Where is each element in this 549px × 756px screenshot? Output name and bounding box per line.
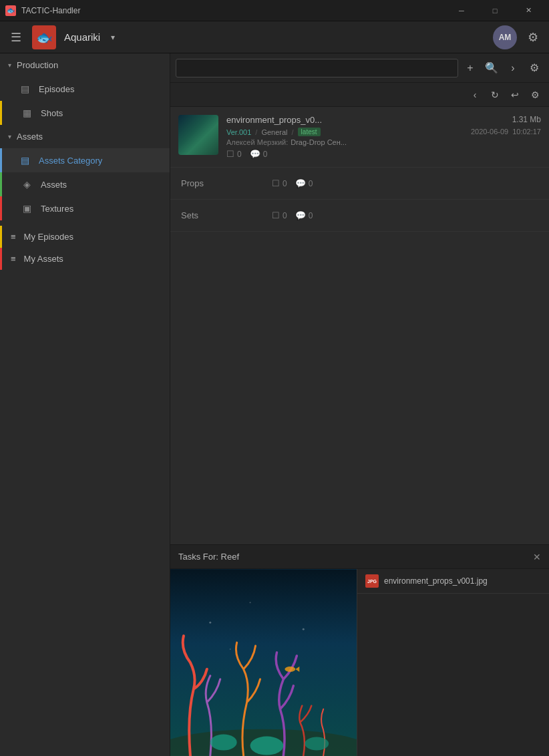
settings-button[interactable]: ⚙ — [525, 27, 541, 47]
svg-point-2 — [210, 735, 237, 751]
comments-metric: 💬 0 — [250, 149, 268, 159]
app-name: Aquariki — [64, 31, 100, 43]
props-comment-icon: 💬 — [295, 178, 306, 188]
sidebar-item-my-episodes[interactable]: ≡ My Episodes — [0, 226, 170, 248]
file-info-card: environment_props_v0... 1.31 Mb Ver.001 … — [170, 107, 549, 168]
svg-point-7 — [250, 602, 251, 603]
episodes-icon: ▤ — [19, 83, 31, 95]
titlebar-controls: ─ □ ✕ — [446, 0, 544, 21]
category-row-props[interactable]: Props ☐ 0 💬 0 — [170, 168, 549, 200]
sidebar: ▾ Production ▤ Episodes ▦ Shots ▾ Assets… — [0, 53, 170, 756]
minimize-button[interactable]: ─ — [446, 0, 477, 21]
sidebar-item-textures[interactable]: ▣ Textures — [0, 196, 170, 220]
app-header: ☰ 🐟 Aquariki ▾ АМ ⚙ — [0, 21, 549, 53]
sidebar-item-my-assets-label: My Assets — [24, 254, 63, 264]
my-assets-icon: ≡ — [11, 254, 16, 264]
tasks-close-button[interactable]: ✕ — [533, 552, 541, 562]
sidebar-item-episodes-label: Episodes — [39, 84, 74, 94]
textures-icon: ▣ — [21, 202, 33, 214]
avatar-button[interactable]: АМ — [493, 25, 517, 49]
props-task-icon: ☐ — [272, 178, 280, 188]
file-thumbnail — [178, 115, 218, 155]
sidebar-section-production[interactable]: ▾ Production — [0, 53, 170, 77]
sidebar-bottom-section: ≡ My Episodes ≡ My Assets — [0, 226, 170, 270]
comment-icon: 💬 — [250, 149, 260, 159]
bottom-panel-header: Tasks For: Reef ✕ — [170, 545, 549, 569]
svg-point-4 — [305, 737, 329, 751]
file-entry-name: environment_props_v001.jpg — [384, 576, 488, 586]
svg-point-9 — [230, 648, 231, 650]
sidebar-item-my-assets[interactable]: ≡ My Assets — [0, 248, 170, 270]
production-collapse-icon: ▾ — [8, 61, 11, 69]
file-comment: Drag-Drop Сен... — [291, 138, 347, 146]
titlebar: 🐟 TACTIC-Handler ─ □ ✕ — [0, 0, 549, 21]
task-count: 0 — [237, 150, 242, 159]
bottom-panel-title: Tasks For: Reef — [178, 552, 239, 562]
tasks-metric: ☐ 0 — [226, 149, 242, 159]
category-sets-label: Sets — [170, 210, 264, 220]
category-props-metrics: ☐ 0 💬 0 — [264, 178, 321, 188]
sets-tasks-metric: ☐ 0 — [272, 210, 287, 220]
sets-comments-metric: 💬 0 — [295, 210, 313, 220]
sidebar-item-assets-category[interactable]: ▤ Assets Category — [0, 148, 170, 172]
file-list-panel: JPG environment_props_v001.jpg — [357, 569, 549, 756]
maximize-button[interactable]: □ — [480, 0, 510, 21]
coral-preview — [170, 569, 357, 756]
sidebar-item-my-episodes-label: My Episodes — [24, 232, 73, 242]
add-button[interactable]: + — [461, 59, 480, 77]
assets-label: Assets — [17, 132, 43, 142]
file-extension-label: JPG — [367, 579, 377, 584]
sidebar-item-episodes[interactable]: ▤ Episodes — [0, 77, 170, 101]
svg-point-6 — [209, 622, 211, 624]
task-icon: ☐ — [226, 149, 234, 159]
sidebar-item-assets-category-label: Assets Category — [39, 156, 102, 166]
sidebar-item-assets-label: Assets — [41, 180, 67, 190]
file-details: environment_props_v0... 1.31 Mb Ver.001 … — [226, 115, 541, 159]
file-user: Алексей Мерзкий: — [226, 138, 288, 146]
shots-icon: ▦ — [21, 107, 33, 119]
history-button[interactable]: ↩ — [506, 86, 524, 104]
assets-collapse-icon: ▾ — [8, 133, 11, 140]
category-props-label: Props — [170, 178, 264, 188]
category-row-sets[interactable]: Sets ☐ 0 💬 0 — [170, 200, 549, 232]
comment-count: 0 — [263, 150, 268, 159]
sidebar-item-shots-label: Shots — [41, 108, 63, 118]
main-content: environment_props_v0... 1.31 Mb Ver.001 … — [170, 107, 549, 544]
search-button[interactable]: 🔍 — [482, 59, 501, 77]
file-time: 10:02:17 — [512, 128, 541, 136]
bottom-content: JPG environment_props_v001.jpg — [170, 569, 549, 756]
file-date: 2020-06-09 — [471, 128, 508, 136]
category-sets-metrics: ☐ 0 💬 0 — [264, 210, 321, 220]
sets-comment-count: 0 — [309, 211, 313, 220]
assets-icon: ◈ — [21, 178, 33, 190]
sets-comment-icon: 💬 — [295, 210, 306, 220]
thumbnail-image — [178, 115, 218, 155]
close-button[interactable]: ✕ — [513, 0, 544, 21]
svg-point-8 — [303, 628, 305, 630]
file-name: environment_props_v0... — [226, 115, 322, 125]
sidebar-item-assets[interactable]: ◈ Assets — [0, 172, 170, 196]
my-episodes-icon: ≡ — [11, 232, 16, 242]
refresh-button[interactable]: ↻ — [486, 86, 504, 104]
svg-point-5 — [285, 667, 295, 672]
app-container: ☰ 🐟 Aquariki ▾ АМ ⚙ ▾ Production ▤ Episo… — [0, 21, 549, 756]
sidebar-item-shots[interactable]: ▦ Shots — [0, 101, 170, 125]
file-type-icon: JPG — [365, 574, 379, 588]
hamburger-button[interactable]: ☰ — [8, 27, 24, 47]
main-layout: ▾ Production ▤ Episodes ▦ Shots ▾ Assets… — [0, 53, 549, 756]
assets-category-icon: ▤ — [19, 154, 31, 166]
bottom-panel: Tasks For: Reef ✕ — [170, 544, 549, 756]
coral-svg — [170, 569, 357, 756]
titlebar-left: 🐟 TACTIC-Handler — [5, 5, 80, 16]
chevron-right-button[interactable]: › — [504, 59, 522, 77]
content-settings-button[interactable]: ⚙ — [525, 59, 544, 77]
search-input[interactable] — [176, 59, 458, 77]
file-entry[interactable]: JPG environment_props_v001.jpg — [357, 569, 549, 594]
view-settings-button[interactable]: ⚙ — [526, 86, 544, 104]
nav-back-button[interactable]: ‹ — [466, 86, 484, 104]
dropdown-arrow-icon[interactable]: ▾ — [111, 33, 115, 42]
sub-toolbar: ‹ ↻ ↩ ⚙ — [170, 83, 549, 107]
props-comments-metric: 💬 0 — [295, 178, 313, 188]
sidebar-section-assets[interactable]: ▾ Assets — [0, 125, 170, 148]
props-task-count: 0 — [283, 179, 287, 188]
